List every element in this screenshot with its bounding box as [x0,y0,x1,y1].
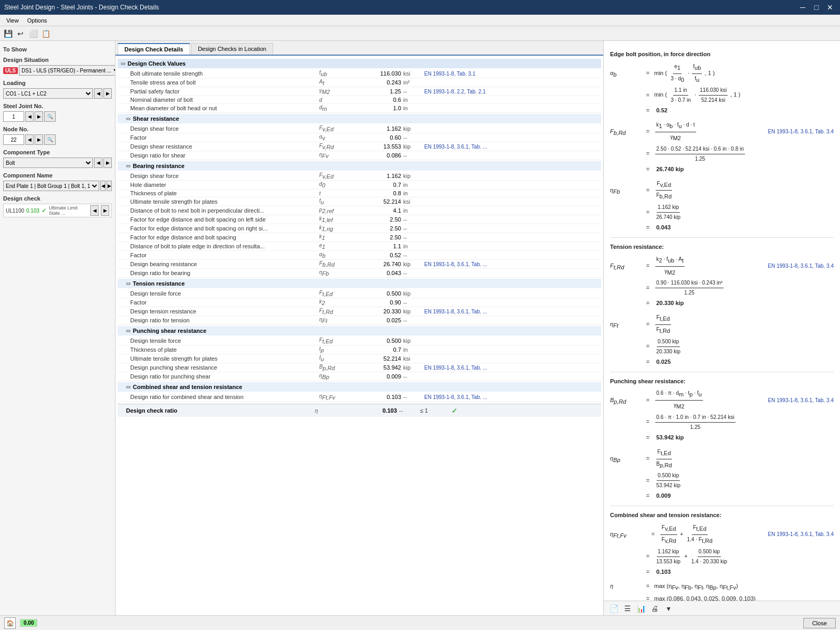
formula-line: = 0.043 [610,223,834,233]
toolbar-button-4[interactable]: 📋 [40,28,51,39]
component-name-next[interactable]: ▶ [107,181,112,191]
table-row: Tensile stress area of bolt At 0.243 in² [118,78,601,87]
row-symbol: At [319,79,361,86]
section-header-bearing[interactable]: ▭ Bearing resistance [118,161,601,171]
collapse-icon-values: ▭ [121,61,125,66]
formula-list-button[interactable]: ☰ [622,603,633,614]
section-header-tension[interactable]: ▭ Tension resistance [118,279,601,288]
row-symbol: Ft,Rd [319,308,361,315]
table-row: Factor αv 0.60 -- [118,133,601,142]
row-value: 0.009 [361,373,403,380]
section-header-shear[interactable]: ▭ Shear resistance [118,114,601,123]
node-next[interactable]: ▶ [35,134,43,145]
row-symbol: Fv,Rd [319,143,361,150]
formula-line: = 1.162 kip26.740 kip [610,203,834,222]
toolbar-button-3[interactable]: ⬜ [27,28,39,39]
row-unit: kip [403,290,424,297]
row-unit: ksi [403,355,424,362]
row-name: Factor [130,134,319,141]
component-name-prev[interactable]: ◀ [100,181,106,191]
formula-section-combined: Combined shear and tension resistance: [610,510,834,521]
formula-line: Bp,Rd = 0.6 · π · dm · tp · fuγM2 EN 199… [610,388,834,412]
window-controls: ─ □ ✕ [797,2,836,13]
check-next[interactable]: ▶ [101,205,109,216]
table-row: Nominal diameter of bolt d 0.6 in [118,96,601,104]
row-name: Factor for edge distance and bolt spacin… [130,234,319,240]
component-type-select[interactable]: Bolt [3,158,93,168]
row-name: Factor for edge distance and bolt spacin… [130,225,319,232]
formula-line: Fb,Rd = k1 · αb · fu · d · tγM2 EN 1993-… [610,120,834,144]
loading-next[interactable]: ▶ [103,88,112,99]
formula-print-button[interactable]: 🖨 [649,603,660,614]
check-code: UL1100 [6,208,24,214]
formula-line: = 26.740 kip [610,164,834,175]
component-type-row: Bolt ◀ ▶ [3,158,112,168]
row-unit: -- [403,373,424,380]
section-header-punching[interactable]: ▭ Punching shear resistance [118,326,601,335]
formula-dropdown-button[interactable]: ▾ [663,603,674,614]
row-symbol: Ft,Ed [319,290,361,297]
check-prev[interactable]: ◀ [90,205,99,216]
steel-joint-search[interactable]: 🔍 [44,111,56,122]
row-unit: -- [403,394,424,400]
loading-label: Loading [3,80,112,86]
menu-view[interactable]: View [2,16,23,25]
menu-options[interactable]: Options [23,16,51,25]
right-panel: Edge bolt position, in force direction α… [604,41,840,615]
formula-export-button[interactable]: 📊 [635,603,647,614]
close-window-button[interactable]: ✕ [824,2,836,13]
check-desc: Ultimate Limit State ... [49,205,88,216]
row-value: 0.500 [361,338,403,344]
loading-row: CO1 - LC1 + LC2 ◀ ▶ [3,88,112,99]
formula-line: = 20.330 kip [610,298,834,309]
home-icon[interactable]: 🏠 [4,617,16,629]
menu-bar: View Options [0,15,840,26]
steel-joint-prev[interactable]: ◀ [25,111,34,122]
tab-design-check-details[interactable]: Design Check Details [118,43,190,55]
row-name: Design tension resistance [130,308,319,314]
row-symbol: ηFt,Fv [319,393,361,401]
maximize-button[interactable]: □ [811,2,822,13]
minimize-button[interactable]: ─ [797,2,808,13]
formula-copy-button[interactable]: 📄 [608,603,620,614]
formula-block-tension: Tension resistance: Ft,Rd = k2 · fub · A… [610,242,834,309]
row-value: 0.7 [361,346,403,353]
steel-joint-input[interactable] [3,111,24,122]
component-type-prev[interactable]: ◀ [94,158,102,168]
status-left: 🏠 0.00 [4,617,37,629]
node-prev[interactable]: ◀ [25,134,34,145]
row-unit: kip [403,143,424,150]
row-value: 116.030 [361,70,403,77]
row-unit: in [403,97,424,103]
close-button[interactable]: Close [803,618,836,628]
row-symbol: Ft,Ed [319,337,361,344]
total-symbol: η [315,408,357,414]
section-header-values[interactable]: ▭ Design Check Values [118,59,601,68]
total-limit: ≤ 1 [420,407,452,414]
toolbar-button-2[interactable]: ↩ [15,28,26,39]
loading-prev[interactable]: ◀ [94,88,102,99]
formula-block-etafb: ηFb = Fv,EdFb,Rd = 1.162 kip26.740 kip =… [610,179,834,233]
row-value: 0.7 [361,182,403,188]
row-symbol: fu [319,198,361,205]
formula-line: αb = min ( e13 · d0 · fubfu , 1 ) [610,62,834,86]
design-situation-select[interactable]: DS1 - ULS (STR/GEO) - Permanent ... [19,65,116,76]
tab-design-checks-location[interactable]: Design Checks in Location [191,43,273,55]
steel-joint-next[interactable]: ▶ [35,111,43,122]
toolbar-button-1[interactable]: 💾 [2,28,14,39]
row-symbol: d [319,97,361,103]
design-check-label: Design check [3,195,112,202]
component-type-next[interactable]: ▶ [103,158,112,168]
row-name: Design punching shear resistance [130,364,319,371]
node-search[interactable]: 🔍 [44,134,56,145]
section-title-combined: Combined shear and tension resistance [133,384,242,390]
row-symbol: Bp,Rd [319,364,361,371]
section-header-combined[interactable]: ▭ Combined shear and tension resistance [118,382,601,392]
table-row: Partial safety factor γM2 1.25 -- EN 199… [118,87,601,96]
node-input[interactable] [3,134,24,145]
row-name: Design ratio for punching shear [130,373,319,380]
table-row: Design tensile force Ft,Ed 0.500 kip [118,289,601,298]
table-row: Design ratio for shear ηFv 0.086 -- [118,151,601,160]
loading-select[interactable]: CO1 - LC1 + LC2 [3,88,93,99]
component-name-select[interactable]: End Plate 1 | Bolt Group 1 | Bolt 1, 1 [3,181,99,191]
